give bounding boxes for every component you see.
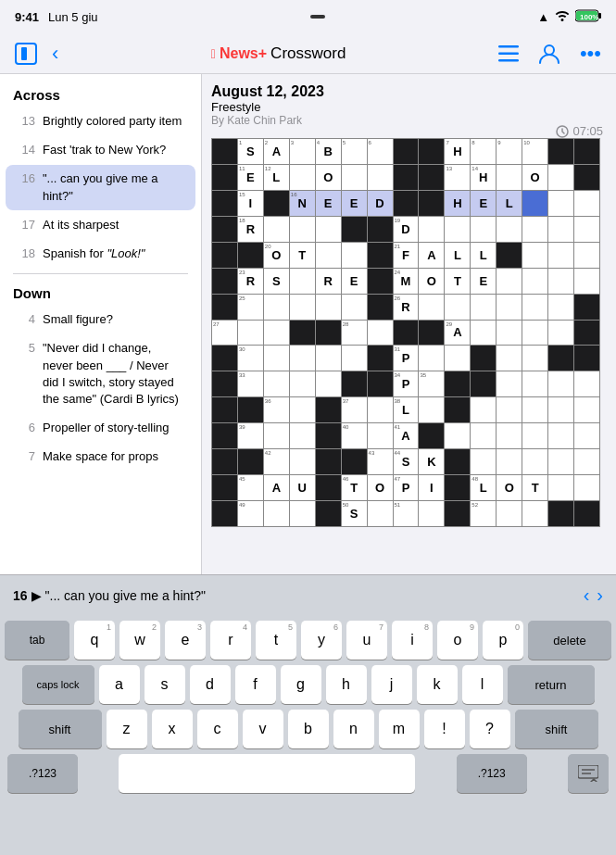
grid-cell-13-3[interactable]: U (290, 475, 315, 500)
key-question[interactable]: ? (470, 710, 510, 748)
key-r[interactable]: r4 (210, 621, 251, 660)
key-j[interactable]: j (371, 665, 412, 704)
key-exclamation[interactable]: ! (424, 710, 465, 748)
grid-cell-5-7[interactable]: 24M (394, 269, 419, 294)
grid-cell-0-1[interactable]: 1S (238, 139, 263, 164)
grid-cell-2-1[interactable]: 15I (238, 191, 263, 216)
grid-cell-8-1[interactable]: 30 (238, 346, 263, 371)
grid-cell-14-9[interactable] (445, 501, 470, 526)
grid-cell-14-6[interactable] (368, 501, 393, 526)
return-key[interactable]: return (508, 665, 595, 704)
back-button[interactable]: ‹ (48, 38, 62, 69)
grid-cell-12-6[interactable]: 43 (368, 449, 393, 474)
grid-cell-2-7[interactable] (394, 191, 419, 216)
grid-cell-5-4[interactable]: R (316, 269, 341, 294)
key-h[interactable]: h (326, 665, 367, 704)
grid-cell-2-13[interactable] (548, 191, 573, 216)
grid-cell-3-13[interactable] (548, 217, 573, 242)
grid-cell-9-12[interactable] (522, 371, 547, 396)
grid-cell-6-9[interactable] (445, 295, 470, 320)
grid-cell-0-12[interactable]: 10 (522, 139, 547, 164)
grid-cell-4-14[interactable] (574, 243, 599, 268)
grid-cell-4-1[interactable] (238, 243, 263, 268)
grid-cell-13-0[interactable] (212, 475, 237, 500)
grid-cell-0-9[interactable]: 7H (445, 139, 470, 164)
key-i[interactable]: i8 (392, 621, 433, 660)
grid-cell-1-3[interactable] (290, 165, 315, 190)
key-u[interactable]: u7 (346, 621, 387, 660)
grid-cell-6-4[interactable] (316, 295, 341, 320)
grid-cell-7-3[interactable] (290, 321, 315, 346)
grid-cell-14-10[interactable]: 52 (471, 501, 496, 526)
key-g[interactable]: g (281, 665, 321, 704)
grid-cell-10-7[interactable]: 38L (394, 397, 419, 422)
grid-cell-2-8[interactable] (419, 191, 444, 216)
key-f[interactable]: f (235, 665, 276, 704)
grid-cell-9-8[interactable]: 35 (419, 371, 444, 396)
next-clue-button[interactable]: › (597, 585, 603, 606)
grid-cell-4-0[interactable] (212, 243, 237, 268)
grid-cell-3-9[interactable] (445, 217, 470, 242)
key-k[interactable]: k (417, 665, 458, 704)
grid-cell-9-0[interactable] (212, 371, 237, 396)
grid-cell-8-10[interactable] (471, 346, 496, 371)
grid-cell-1-13[interactable] (548, 165, 573, 190)
grid-cell-4-6[interactable] (368, 243, 393, 268)
grid-cell-7-11[interactable] (497, 321, 522, 346)
grid-cell-13-14[interactable] (574, 475, 599, 500)
grid-cell-5-13[interactable] (548, 269, 573, 294)
grid-cell-0-14[interactable] (574, 139, 599, 164)
grid-cell-12-0[interactable] (212, 449, 237, 474)
grid-cell-8-13[interactable] (548, 346, 573, 371)
symbol-key-left[interactable]: .?123 (7, 754, 78, 793)
grid-cell-6-8[interactable] (419, 295, 444, 320)
grid-cell-8-0[interactable] (212, 346, 237, 371)
grid-cell-5-1[interactable]: 23R (238, 269, 263, 294)
clue-across-13[interactable]: 13 Brightly colored party item (6, 107, 195, 135)
grid-cell-1-9[interactable]: 13 (445, 165, 470, 190)
grid-cell-10-9[interactable] (445, 397, 470, 422)
grid-cell-12-3[interactable] (290, 449, 315, 474)
grid-cell-8-14[interactable] (574, 346, 599, 371)
grid-cell-11-10[interactable] (471, 423, 496, 448)
grid-cell-5-2[interactable]: S (264, 269, 289, 294)
grid-cell-11-4[interactable] (316, 423, 341, 448)
grid-cell-4-12[interactable] (522, 243, 547, 268)
grid-cell-1-0[interactable] (212, 165, 237, 190)
grid-cell-7-10[interactable] (471, 321, 496, 346)
grid-cell-13-13[interactable] (548, 475, 573, 500)
list-button[interactable] (495, 42, 522, 66)
grid-cell-14-3[interactable] (290, 501, 315, 526)
grid-cell-7-0[interactable]: 27 (212, 321, 237, 346)
grid-cell-14-1[interactable]: 49 (238, 501, 263, 526)
clue-across-16[interactable]: 16 "... can you give me a hint?" (6, 165, 195, 209)
grid-cell-2-0[interactable] (212, 191, 237, 216)
clue-down-5[interactable]: 5 "Never did I change, never been ___ / … (6, 334, 195, 413)
tab-key[interactable]: tab (5, 621, 69, 660)
grid-cell-6-1[interactable]: 25 (238, 295, 263, 320)
grid-cell-6-7[interactable]: 26R (394, 295, 419, 320)
grid-cell-12-1[interactable] (238, 449, 263, 474)
grid-cell-7-8[interactable] (419, 321, 444, 346)
grid-cell-14-8[interactable] (419, 501, 444, 526)
key-e[interactable]: e3 (165, 621, 206, 660)
grid-cell-14-13[interactable] (548, 501, 573, 526)
grid-cell-4-7[interactable]: 21F (394, 243, 419, 268)
grid-cell-10-10[interactable] (471, 397, 496, 422)
grid-cell-9-5[interactable] (342, 371, 367, 396)
grid-cell-11-5[interactable]: 40 (342, 423, 367, 448)
grid-cell-4-8[interactable]: A (419, 243, 444, 268)
grid-cell-6-3[interactable] (290, 295, 315, 320)
grid-cell-2-12[interactable] (522, 191, 547, 216)
grid-cell-11-8[interactable] (419, 423, 444, 448)
grid-cell-7-12[interactable] (522, 321, 547, 346)
grid-cell-10-3[interactable] (290, 397, 315, 422)
grid-cell-6-12[interactable] (522, 295, 547, 320)
grid-cell-9-1[interactable]: 33 (238, 371, 263, 396)
grid-cell-9-14[interactable] (574, 371, 599, 396)
grid-cell-11-13[interactable] (548, 423, 573, 448)
grid-cell-11-9[interactable] (445, 423, 470, 448)
grid-cell-7-9[interactable]: 29A (445, 321, 470, 346)
grid-cell-4-2[interactable]: 20O (264, 243, 289, 268)
more-button[interactable]: ••• (576, 38, 605, 69)
